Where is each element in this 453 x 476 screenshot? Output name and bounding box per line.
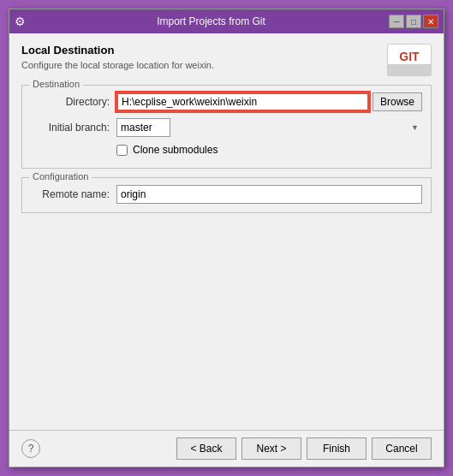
remote-name-input[interactable]: [116, 185, 422, 204]
title-bar: ⚙ Import Projects from Git ─ □ ✕: [9, 9, 444, 33]
remote-name-row: Remote name:: [31, 185, 422, 204]
browse-button[interactable]: Browse: [373, 92, 422, 111]
remote-name-label: Remote name:: [31, 188, 116, 200]
destination-group: Destination Directory: Browse Initial br…: [21, 85, 432, 169]
page-title: Local Destination: [21, 44, 387, 57]
clone-submodules-checkbox[interactable]: [116, 145, 128, 156]
cancel-label: Cancel: [385, 443, 417, 455]
cancel-button[interactable]: Cancel: [372, 437, 432, 460]
finish-label: Finish: [323, 443, 350, 455]
help-button[interactable]: ?: [21, 439, 40, 458]
configuration-group-label: Configuration: [29, 171, 92, 181]
configuration-group: Configuration Remote name:: [21, 177, 432, 213]
header-text: Local Destination Configure the local st…: [21, 44, 387, 70]
restore-button[interactable]: □: [406, 15, 421, 28]
minimize-button[interactable]: ─: [389, 15, 404, 28]
window-title: Import Projects from Git: [33, 15, 389, 27]
clone-submodules-label: Clone submodules: [133, 144, 218, 156]
main-window: ⚙ Import Projects from Git ─ □ ✕ Local D…: [9, 9, 444, 467]
directory-label: Directory:: [31, 96, 116, 108]
directory-row: Directory: Browse: [31, 92, 422, 111]
git-logo-text: GIT: [399, 50, 419, 63]
header-area: Local Destination Configure the local st…: [21, 44, 432, 76]
initial-branch-wrapper: master: [116, 118, 422, 137]
next-label: Next >: [256, 443, 286, 455]
back-label: < Back: [190, 443, 222, 455]
close-button[interactable]: ✕: [423, 15, 438, 28]
directory-input[interactable]: [116, 92, 369, 111]
next-button[interactable]: Next >: [241, 437, 301, 460]
initial-branch-row: Initial branch: master: [31, 118, 422, 137]
content-area: Local Destination Configure the local st…: [9, 33, 444, 430]
window-icon: ⚙: [15, 15, 28, 28]
destination-group-label: Destination: [29, 79, 83, 89]
finish-button[interactable]: Finish: [307, 437, 367, 460]
page-subtitle: Configure the local storage location for…: [21, 60, 387, 70]
clone-submodules-row: Clone submodules: [116, 144, 422, 156]
initial-branch-label: Initial branch:: [31, 122, 116, 134]
initial-branch-select[interactable]: master: [116, 118, 170, 137]
git-logo: GIT: [387, 44, 432, 76]
window-controls: ─ □ ✕: [389, 15, 438, 28]
back-button[interactable]: < Back: [176, 437, 236, 460]
footer: ? < Back Next > Finish Cancel: [9, 430, 444, 467]
content-spacer: [21, 222, 432, 419]
